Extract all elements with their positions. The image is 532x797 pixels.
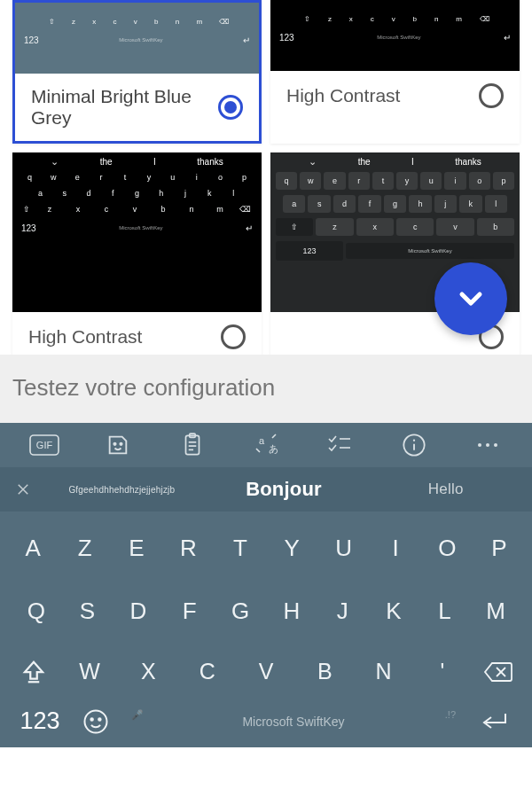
key-c[interactable]: C [178, 650, 237, 693]
key-p[interactable]: P [473, 526, 525, 571]
key: c [396, 218, 434, 236]
key: r [92, 173, 110, 182]
return-icon: ↵ [246, 223, 253, 233]
key-o[interactable]: O [421, 526, 473, 571]
key-x[interactable]: X [119, 650, 177, 693]
theme-preview: ⇧ z x c v b n m ⌫ 123 Microsoft SwiftKey… [270, 0, 520, 71]
radio-selected-icon[interactable] [218, 95, 243, 120]
key-c: c [371, 15, 374, 23]
key: i [444, 172, 466, 190]
key: j [434, 195, 457, 213]
confirm-fab[interactable] [434, 262, 507, 335]
svg-point-3 [120, 443, 121, 445]
key-v[interactable]: V [237, 650, 295, 693]
key: t [372, 172, 394, 190]
key-i[interactable]: I [370, 526, 421, 571]
svg-point-2 [113, 443, 115, 445]
enter-key[interactable] [466, 710, 523, 733]
keyboard: GIF aあ Gfgeehdhhehdhzjejjehjzjb Bonjour … [0, 423, 532, 747]
key-b: b [154, 18, 158, 26]
key-k[interactable]: K [368, 589, 419, 634]
key-row-1: A Z E R T Y U I O P [0, 512, 532, 580]
brand-label: Microsoft SwiftKey [119, 225, 162, 231]
key-t[interactable]: T [215, 526, 266, 571]
sticker-icon[interactable] [81, 433, 154, 457]
radio-icon[interactable] [479, 83, 504, 108]
key-e[interactable]: E [111, 526, 162, 571]
key: i [188, 173, 206, 182]
clipboard-icon[interactable] [155, 432, 229, 458]
svg-point-18 [494, 443, 497, 447]
svg-text:あ: あ [269, 443, 278, 454]
key-c: c [113, 18, 116, 26]
key-m: m [196, 18, 202, 26]
key-v: v [134, 18, 137, 26]
tasks-icon[interactable] [303, 434, 377, 457]
key-l[interactable]: L [419, 589, 471, 634]
key-row-3: W X C V B N ' [0, 643, 532, 700]
test-config-input[interactable] [12, 374, 520, 402]
key-m[interactable]: M [470, 589, 521, 634]
key: w [44, 173, 62, 182]
numeric-key: 123 [24, 35, 39, 45]
key-s[interactable]: S [62, 589, 113, 634]
key: s [308, 195, 330, 213]
key-r[interactable]: R [162, 526, 214, 571]
key-b[interactable]: B [295, 650, 354, 693]
gif-icon[interactable]: GIF [7, 434, 81, 456]
theme-card-highcontrast-2[interactable]: ⌄ the I thanks q w e r t y u i o p a s d [12, 152, 262, 355]
translate-icon[interactable]: aあ [229, 433, 302, 457]
key: j [176, 189, 194, 198]
key: b [477, 218, 514, 236]
key-y[interactable]: Y [266, 526, 317, 571]
key-x: x [349, 15, 353, 23]
key-g[interactable]: G [215, 589, 266, 634]
suggestion-2[interactable]: Bonjour [203, 478, 365, 501]
key-a[interactable]: A [7, 526, 59, 571]
emoji-key[interactable] [71, 708, 121, 735]
key: z [41, 205, 59, 214]
key: o [469, 172, 490, 190]
key-q[interactable]: Q [11, 589, 62, 634]
key-apostrophe[interactable]: ' [413, 650, 472, 693]
key: t [116, 173, 134, 182]
key-u[interactable]: U [317, 526, 369, 571]
backspace-icon: ⌫ [239, 205, 251, 214]
key: m [211, 205, 229, 214]
svg-point-24 [85, 710, 107, 732]
key-h[interactable]: H [266, 589, 317, 634]
key: x [69, 205, 87, 214]
more-icon[interactable] [451, 441, 525, 449]
space-key[interactable]: 🎤 Microsoft SwiftKey .!? [121, 715, 466, 729]
close-suggestions-icon[interactable] [5, 481, 41, 497]
key-x: x [92, 18, 96, 26]
key-row-2: Q S D F G H J K L M [0, 580, 532, 643]
key-z[interactable]: Z [59, 526, 110, 571]
suggestion-3[interactable]: Hello [364, 481, 527, 498]
theme-card-highcontrast-1[interactable]: ⇧ z x c v b n m ⌫ 123 Microsoft SwiftKey… [270, 0, 520, 144]
theme-preview: ⇧ z x c v b n m ⌫ 123 Microsoft SwiftKey… [15, 3, 259, 74]
keyboard-toolbar: GIF aあ [0, 423, 532, 467]
key: x [356, 218, 394, 236]
theme-card-bluegrey[interactable]: ⇧ z x c v b n m ⌫ 123 Microsoft SwiftKey… [12, 0, 262, 144]
key-j[interactable]: J [317, 589, 369, 634]
numeric-key[interactable]: 123 [9, 707, 71, 735]
key: u [420, 172, 442, 190]
backspace-key[interactable] [472, 650, 525, 693]
key-w[interactable]: W [60, 650, 119, 693]
backspace-icon: ⌫ [480, 15, 489, 23]
key: s [56, 189, 74, 198]
key-f[interactable]: F [164, 589, 215, 634]
key-n[interactable]: N [354, 650, 412, 693]
radio-icon[interactable] [221, 324, 246, 349]
shift-key[interactable] [7, 650, 60, 693]
theme-preview: ⌄ the I thanks q w e r t y u i o p a s d [12, 152, 262, 312]
key-d[interactable]: D [113, 589, 164, 634]
key: r [348, 172, 370, 190]
info-icon[interactable] [377, 433, 450, 457]
suggestion-1[interactable]: Gfgeehdhhehdhzjejjehjzjb [41, 485, 203, 495]
svg-text:GIF: GIF [36, 440, 53, 450]
key-row-bottom: 123 🎤 Microsoft SwiftKey .!? [0, 700, 532, 747]
shift-icon: ⇧ [304, 15, 310, 23]
key: l [485, 195, 507, 213]
